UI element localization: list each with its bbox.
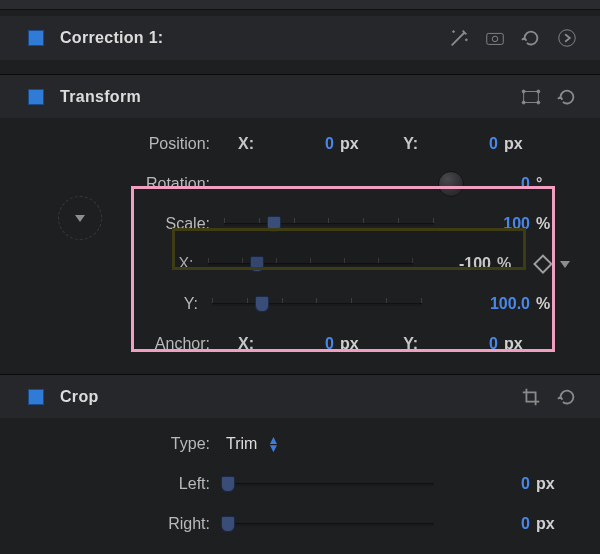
position-y-value[interactable]: 0 <box>418 135 498 153</box>
wand-icon[interactable] <box>448 27 470 49</box>
section-header-correction: Correction 1: <box>0 16 600 60</box>
crop-icon[interactable] <box>520 386 542 408</box>
section-header-transform: Transform <box>0 74 600 118</box>
position-x-unit: px <box>340 135 374 153</box>
chevron-down-icon <box>75 215 85 222</box>
crop-type-dropdown[interactable]: Trim ▲▼ <box>226 435 279 453</box>
enable-checkbox[interactable] <box>28 89 44 105</box>
anchor-y-unit: px <box>504 335 538 353</box>
anchor-y-label: Y: <box>384 335 418 353</box>
svg-point-9 <box>537 101 540 104</box>
crop-left-row: Left: 0 px <box>0 464 600 504</box>
crop-left-unit: px <box>536 475 570 493</box>
crop-left-value[interactable]: 0 <box>450 475 530 493</box>
svg-point-0 <box>453 31 455 33</box>
svg-rect-5 <box>524 91 539 102</box>
scale-x-unit: % <box>497 255 530 273</box>
svg-rect-2 <box>487 33 504 44</box>
rotation-label: Rotation: <box>0 175 210 193</box>
crop-type-label: Type: <box>0 435 210 453</box>
position-row: Position: X: 0 px Y: 0 px <box>0 124 600 164</box>
position-x-label: X: <box>220 135 254 153</box>
svg-point-6 <box>522 90 525 93</box>
scale-x-label: X: <box>0 255 194 273</box>
svg-point-1 <box>465 39 467 41</box>
chevron-down-icon[interactable] <box>560 261 570 268</box>
scale-x-row: X: -100 % <box>0 244 600 284</box>
section-title-transform: Transform <box>60 88 520 106</box>
reset-icon[interactable] <box>556 86 578 108</box>
anchor-x-label: X: <box>220 335 254 353</box>
scale-y-label: Y: <box>0 295 198 313</box>
position-label: Position: <box>0 135 210 153</box>
anchor-x-unit: px <box>340 335 374 353</box>
crop-left-slider[interactable] <box>224 474 434 494</box>
crop-body: Type: Trim ▲▼ Left: 0 px Right: <box>0 418 600 554</box>
anchor-label: Anchor: <box>0 335 210 353</box>
rotation-unit: ° <box>536 175 570 193</box>
reset-icon[interactable] <box>556 386 578 408</box>
keyframe-icon[interactable] <box>533 254 553 274</box>
crop-right-row: Right: 0 px <box>0 504 600 544</box>
anchor-x-value[interactable]: 0 <box>254 335 334 353</box>
camera-icon[interactable] <box>484 27 506 49</box>
crop-right-label: Right: <box>0 515 210 533</box>
enable-checkbox[interactable] <box>28 30 44 46</box>
crop-type-value: Trim <box>226 435 257 453</box>
position-x-value[interactable]: 0 <box>254 135 334 153</box>
position-y-label: Y: <box>384 135 418 153</box>
scale-y-slider[interactable] <box>212 294 422 314</box>
scale-y-value[interactable]: 100.0 <box>450 295 530 313</box>
svg-point-7 <box>537 90 540 93</box>
svg-point-4 <box>559 30 576 47</box>
section-header-crop: Crop <box>0 374 600 418</box>
scale-x-value[interactable]: -100 <box>413 255 491 273</box>
bounds-icon[interactable] <box>520 86 542 108</box>
enable-checkbox[interactable] <box>28 389 44 405</box>
crop-right-slider[interactable] <box>224 514 434 534</box>
svg-point-3 <box>492 36 498 42</box>
scale-slider[interactable] <box>224 214 434 234</box>
scale-label: Scale: <box>0 215 210 233</box>
transform-body: Position: X: 0 px Y: 0 px Rotation: 0 ° … <box>0 118 600 374</box>
crop-right-value[interactable]: 0 <box>450 515 530 533</box>
scale-x-slider[interactable] <box>208 254 413 274</box>
rotation-dial[interactable] <box>438 171 464 197</box>
stepper-arrows-icon: ▲▼ <box>267 436 279 452</box>
scale-value[interactable]: 100 <box>450 215 530 233</box>
scale-y-unit: % <box>536 295 570 313</box>
svg-point-8 <box>522 101 525 104</box>
section-title-crop: Crop <box>60 388 520 406</box>
reset-icon[interactable] <box>520 27 542 49</box>
section-title-correction: Correction 1: <box>60 29 448 47</box>
scale-unit: % <box>536 215 570 233</box>
crop-right-unit: px <box>536 515 570 533</box>
scale-y-row: Y: 100.0 % <box>0 284 600 324</box>
scale-disclosure[interactable] <box>58 196 102 240</box>
position-y-unit: px <box>504 135 538 153</box>
crop-left-label: Left: <box>0 475 210 493</box>
disclosure-right-icon[interactable] <box>556 27 578 49</box>
crop-type-row: Type: Trim ▲▼ <box>0 424 600 464</box>
anchor-y-value[interactable]: 0 <box>418 335 498 353</box>
anchor-row: Anchor: X: 0 px Y: 0 px <box>0 324 600 364</box>
rotation-value[interactable]: 0 <box>474 175 530 193</box>
